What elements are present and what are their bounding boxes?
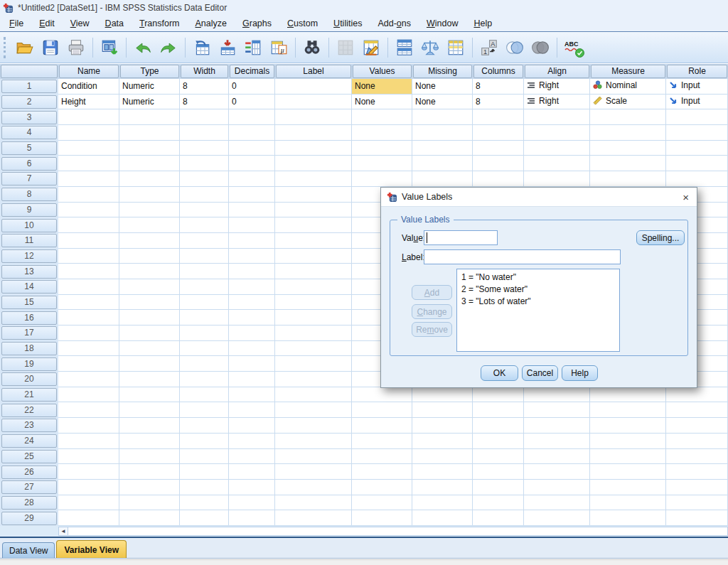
row-number[interactable]: 15: [0, 295, 58, 311]
grid-cell-label[interactable]: [275, 310, 352, 325]
grid-cell-type[interactable]: [119, 264, 180, 279]
grid-cell-values[interactable]: [352, 109, 412, 125]
grid-cell-align[interactable]: Right: [524, 79, 590, 95]
grid-cell-align[interactable]: [524, 510, 590, 526]
grid-cell-decimals[interactable]: [229, 402, 275, 418]
column-header-label[interactable]: Label: [275, 64, 352, 79]
grid-cell-align[interactable]: [524, 480, 590, 495]
grid-cell-width[interactable]: [180, 109, 229, 125]
row-number[interactable]: 27: [0, 480, 58, 495]
tab-data-view[interactable]: Data View: [2, 542, 55, 558]
grid-cell-decimals[interactable]: 0: [229, 95, 275, 110]
row-number[interactable]: 24: [0, 434, 58, 449]
grid-cell-label[interactable]: [275, 109, 352, 125]
row-number[interactable]: 22: [0, 402, 58, 418]
grid-cell-type[interactable]: [119, 141, 180, 156]
grid-cell-measure[interactable]: [590, 418, 666, 434]
value-labels-button[interactable]: A1: [477, 36, 501, 60]
grid-cell-missing[interactable]: [412, 141, 473, 156]
column-header-width[interactable]: Width: [180, 64, 229, 79]
grid-cell-role[interactable]: [666, 171, 728, 187]
grid-cell-missing[interactable]: [412, 449, 473, 465]
grid-cell-align[interactable]: [524, 434, 590, 449]
grid-cell-width[interactable]: [180, 325, 229, 341]
row-number[interactable]: 18: [0, 341, 58, 357]
grid-cell-role[interactable]: [666, 464, 728, 480]
grid-cell-label[interactable]: [275, 171, 352, 187]
grid-cell-measure[interactable]: [590, 510, 666, 526]
grid-cell-columns[interactable]: [473, 156, 524, 171]
grid-cell-measure[interactable]: [590, 434, 666, 449]
column-header-columns[interactable]: Columns: [473, 64, 524, 79]
row-number[interactable]: 20: [0, 372, 58, 387]
grid-cell-label[interactable]: [275, 295, 352, 311]
grid-cell-missing[interactable]: [412, 402, 473, 418]
grid-cell-values[interactable]: [352, 156, 412, 171]
grid-cell-values[interactable]: [352, 495, 412, 511]
grid-cell-measure[interactable]: [590, 171, 666, 187]
redo-button[interactable]: [156, 36, 181, 60]
grid-cell-values[interactable]: [352, 464, 412, 480]
grid-cell-name[interactable]: [58, 387, 119, 403]
grid-cell-label[interactable]: [275, 125, 352, 141]
grid-cell-name[interactable]: [58, 141, 119, 156]
grid-cell-decimals[interactable]: 0: [229, 79, 275, 95]
grid-cell-missing[interactable]: [412, 109, 473, 125]
value-labels-list[interactable]: 1 = "No water"2 = "Some water"3 = "Lots …: [456, 269, 620, 352]
grid-cell-decimals[interactable]: [229, 279, 275, 295]
grid-cell-role[interactable]: [666, 495, 728, 511]
grid-cell-type[interactable]: [119, 510, 180, 526]
grid-cell-role[interactable]: [666, 449, 728, 465]
grid-cell-decimals[interactable]: [229, 495, 275, 511]
grid-cell-missing[interactable]: [412, 495, 473, 511]
row-number[interactable]: 19: [0, 356, 58, 372]
grid-cell-values[interactable]: [352, 125, 412, 141]
show-all-variables-button[interactable]: [528, 36, 552, 60]
grid-cell-name[interactable]: [58, 171, 119, 187]
spell-check-button[interactable]: ABC: [562, 36, 586, 60]
grid-cell-role[interactable]: [666, 387, 728, 403]
grid-cell-type[interactable]: [119, 125, 180, 141]
row-number[interactable]: 5: [0, 141, 58, 156]
grid-cell-label[interactable]: [275, 449, 352, 465]
grid-cell-type[interactable]: [119, 418, 180, 434]
grid-cell-name[interactable]: [58, 418, 119, 434]
grid-cell-columns[interactable]: 8: [473, 95, 524, 110]
grid-cell-columns[interactable]: [473, 125, 524, 141]
menu-file[interactable]: File: [1, 16, 31, 31]
grid-cell-name[interactable]: [58, 449, 119, 465]
column-header-decimals[interactable]: Decimals: [229, 64, 275, 79]
grid-cell-type[interactable]: [119, 402, 180, 418]
grid-cell-width[interactable]: [180, 372, 229, 387]
grid-cell-label[interactable]: [275, 264, 352, 279]
grid-cell-decimals[interactable]: [229, 387, 275, 403]
grid-cell-role[interactable]: [666, 156, 728, 171]
grid-cell-decimals[interactable]: [229, 109, 275, 125]
row-number[interactable]: 21: [0, 387, 58, 403]
grid-cell-columns[interactable]: [473, 418, 524, 434]
dialog-titlebar[interactable]: Value Labels ×: [381, 188, 697, 207]
grid-cell-values[interactable]: [352, 510, 412, 526]
grid-cell-name[interactable]: [58, 279, 119, 295]
grid-cell-values[interactable]: [352, 387, 412, 403]
grid-cell-align[interactable]: [524, 141, 590, 156]
grid-cell-label[interactable]: [275, 217, 352, 233]
spelling-button[interactable]: Spelling...: [636, 230, 685, 245]
add-button[interactable]: Add: [412, 285, 452, 300]
grid-cell-width[interactable]: [180, 279, 229, 295]
grid-cell-decimals[interactable]: [229, 203, 275, 218]
row-number[interactable]: 25: [0, 449, 58, 465]
grid-cell-role[interactable]: [666, 125, 728, 141]
grid-cell-measure[interactable]: [590, 495, 666, 511]
grid-cell-type[interactable]: [119, 217, 180, 233]
save-button[interactable]: [38, 36, 63, 60]
column-header-name[interactable]: Name: [58, 64, 119, 79]
grid-cell-decimals[interactable]: [229, 264, 275, 279]
grid-cell-missing[interactable]: None: [412, 79, 473, 95]
row-number[interactable]: 14: [0, 279, 58, 295]
grid-cell-name[interactable]: [58, 325, 119, 341]
grid-cell-name[interactable]: [58, 233, 119, 249]
grid-cell-columns[interactable]: [473, 464, 524, 480]
grid-cell-measure[interactable]: [590, 402, 666, 418]
grid-cell-name[interactable]: [58, 187, 119, 203]
